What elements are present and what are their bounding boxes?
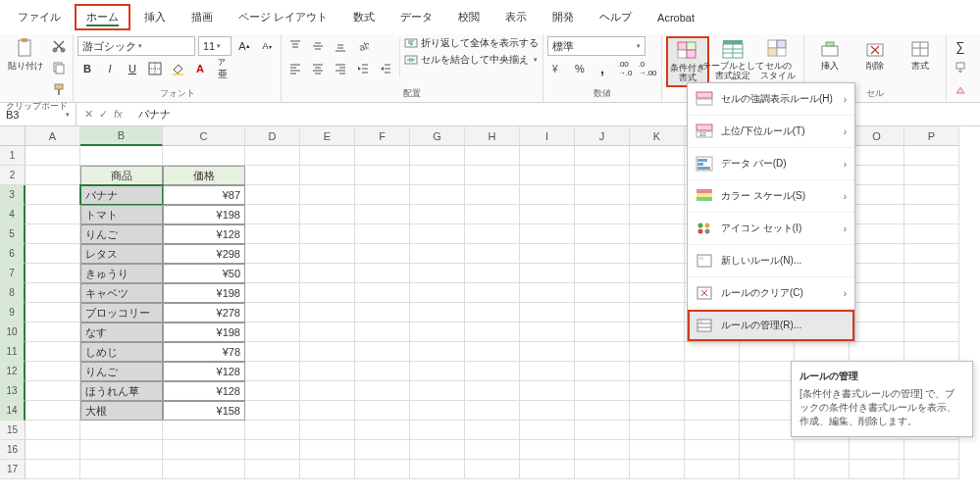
- cell[interactable]: [245, 224, 300, 244]
- cell[interactable]: [465, 322, 520, 342]
- cell[interactable]: [300, 401, 355, 421]
- cell[interactable]: [630, 283, 685, 303]
- number-format-combo[interactable]: 標準▾: [547, 36, 645, 56]
- cell[interactable]: キャベツ: [80, 283, 163, 303]
- cell[interactable]: [740, 440, 795, 460]
- enter-formula-button[interactable]: ✓: [99, 108, 108, 121]
- cell[interactable]: 価格: [163, 166, 245, 185]
- row-header[interactable]: 2: [0, 166, 26, 185]
- increase-indent-button[interactable]: [376, 59, 395, 78]
- menu-tab-4[interactable]: ページ レイアウト: [227, 4, 339, 30]
- fill-button[interactable]: [951, 58, 970, 77]
- orientation-button[interactable]: ab: [353, 36, 373, 56]
- column-header[interactable]: A: [26, 126, 80, 146]
- cell[interactable]: [26, 381, 80, 401]
- cell[interactable]: [904, 303, 959, 322]
- cell[interactable]: [245, 381, 300, 401]
- cell[interactable]: [630, 440, 685, 460]
- cell[interactable]: ¥198: [163, 322, 245, 342]
- cell[interactable]: [465, 440, 520, 460]
- column-header[interactable]: H: [465, 126, 520, 146]
- menu-item-newrule[interactable]: 新しいルール(N)...: [688, 245, 854, 277]
- cell[interactable]: [26, 205, 80, 224]
- row-header[interactable]: 12: [0, 362, 26, 381]
- cell[interactable]: [850, 244, 904, 264]
- cell[interactable]: [740, 460, 795, 479]
- cell[interactable]: [904, 166, 959, 185]
- menu-tab-7[interactable]: 校閲: [446, 4, 491, 30]
- menu-tab-9[interactable]: 開発: [541, 4, 586, 30]
- cell[interactable]: [300, 166, 355, 185]
- cell[interactable]: [245, 460, 300, 479]
- cell[interactable]: [520, 303, 575, 322]
- align-middle-button[interactable]: [308, 36, 328, 56]
- cell[interactable]: [80, 440, 163, 460]
- cell[interactable]: [575, 205, 630, 224]
- font-name-combo[interactable]: 游ゴシック▾: [77, 36, 195, 56]
- cell[interactable]: [520, 205, 575, 224]
- cell[interactable]: [630, 362, 685, 381]
- cell[interactable]: [520, 401, 575, 421]
- cell[interactable]: [355, 264, 410, 283]
- cell[interactable]: [245, 185, 300, 205]
- cell[interactable]: [26, 264, 80, 283]
- cell[interactable]: [245, 303, 300, 322]
- cell[interactable]: [850, 440, 904, 460]
- cell[interactable]: [740, 401, 795, 421]
- align-center-button[interactable]: [308, 59, 328, 78]
- cell[interactable]: [685, 421, 740, 440]
- menu-item-highlight[interactable]: セルの強調表示ルール(H)›: [688, 83, 854, 116]
- cell[interactable]: [740, 342, 795, 362]
- menu-tab-0[interactable]: ファイル: [6, 4, 73, 30]
- cell[interactable]: [410, 185, 465, 205]
- cell[interactable]: [740, 362, 795, 381]
- cell[interactable]: [410, 401, 465, 421]
- menu-item-colorscale[interactable]: カラー スケール(S)›: [688, 180, 854, 213]
- cell[interactable]: ¥87: [163, 185, 245, 205]
- cell[interactable]: [575, 185, 630, 205]
- align-top-button[interactable]: [285, 36, 305, 56]
- cell[interactable]: [630, 185, 685, 205]
- align-bottom-button[interactable]: [331, 36, 350, 56]
- cell[interactable]: [630, 205, 685, 224]
- cell[interactable]: [300, 440, 355, 460]
- cell[interactable]: [465, 205, 520, 224]
- bold-button[interactable]: B: [77, 59, 97, 78]
- row-header[interactable]: 14: [0, 401, 26, 421]
- cell[interactable]: [410, 362, 465, 381]
- cell[interactable]: 大根: [80, 401, 163, 421]
- cell[interactable]: [80, 146, 163, 166]
- cell[interactable]: [630, 224, 685, 244]
- cell[interactable]: [575, 381, 630, 401]
- cell[interactable]: ¥158: [163, 401, 245, 421]
- cell[interactable]: [410, 381, 465, 401]
- decrease-decimal-button[interactable]: .0→.00: [638, 59, 657, 78]
- cell[interactable]: ¥128: [163, 362, 245, 381]
- column-header[interactable]: O: [850, 126, 904, 146]
- cell[interactable]: [630, 244, 685, 264]
- cell[interactable]: ¥128: [163, 224, 245, 244]
- align-right-button[interactable]: [331, 59, 350, 78]
- menu-tab-5[interactable]: 数式: [341, 4, 387, 30]
- cell[interactable]: [685, 401, 740, 421]
- cell[interactable]: [520, 421, 575, 440]
- cell[interactable]: [904, 244, 959, 264]
- cell[interactable]: [26, 303, 80, 322]
- row-header[interactable]: 15: [0, 421, 26, 440]
- fx-button[interactable]: fx: [114, 108, 123, 121]
- increase-font-button[interactable]: A▴: [234, 36, 254, 56]
- cell[interactable]: [26, 146, 80, 166]
- cell[interactable]: [904, 342, 959, 362]
- cell[interactable]: [465, 342, 520, 362]
- cell[interactable]: [245, 283, 300, 303]
- cell[interactable]: [575, 264, 630, 283]
- row-header[interactable]: 9: [0, 303, 26, 322]
- cell[interactable]: [904, 460, 959, 479]
- cell[interactable]: [163, 146, 245, 166]
- cell[interactable]: [300, 244, 355, 264]
- cancel-formula-button[interactable]: ✕: [84, 108, 93, 121]
- cell[interactable]: りんご: [80, 224, 163, 244]
- cell[interactable]: [300, 460, 355, 479]
- font-color-button[interactable]: A: [190, 59, 210, 78]
- cell[interactable]: [245, 166, 300, 185]
